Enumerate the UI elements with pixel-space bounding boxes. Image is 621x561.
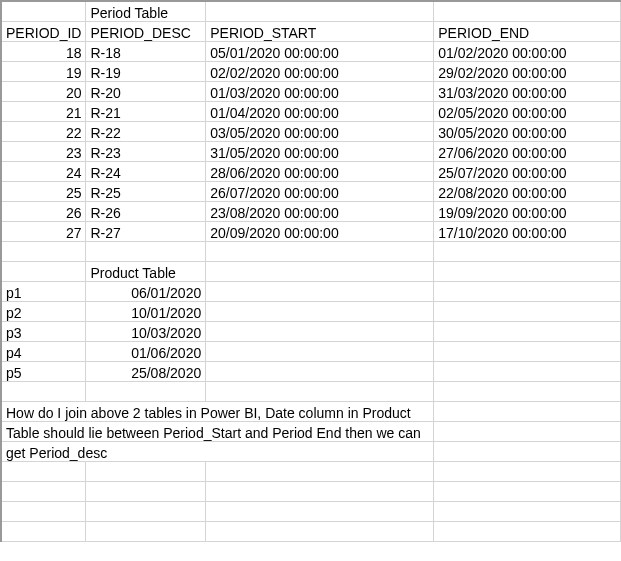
cell-empty[interactable] <box>86 521 206 541</box>
period-id-cell[interactable]: 25 <box>1 181 86 201</box>
product-name-cell[interactable]: p4 <box>1 341 86 361</box>
period-id-cell[interactable]: 21 <box>1 101 86 121</box>
cell-empty[interactable] <box>434 521 621 541</box>
period-id-cell[interactable]: 22 <box>1 121 86 141</box>
cell-empty[interactable] <box>206 361 434 381</box>
cell-empty[interactable] <box>434 361 621 381</box>
cell-empty[interactable] <box>206 321 434 341</box>
period-end-cell[interactable]: 01/02/2020 00:00:00 <box>434 41 621 61</box>
cell-empty[interactable] <box>1 241 86 261</box>
period-end-cell[interactable]: 02/05/2020 00:00:00 <box>434 101 621 121</box>
cell-empty[interactable] <box>86 381 206 401</box>
cell-empty[interactable] <box>206 341 434 361</box>
period-id-cell[interactable]: 19 <box>1 61 86 81</box>
question-line-2[interactable]: Table should lie between Period_Start an… <box>1 421 434 441</box>
period-end-cell[interactable]: 30/05/2020 00:00:00 <box>434 121 621 141</box>
cell-empty[interactable] <box>86 501 206 521</box>
cell-empty[interactable] <box>1 381 86 401</box>
cell-empty[interactable] <box>434 241 621 261</box>
cell-empty[interactable] <box>1 1 86 21</box>
period-id-cell[interactable]: 18 <box>1 41 86 61</box>
product-date-cell[interactable]: 10/01/2020 <box>86 301 206 321</box>
question-line-3[interactable]: get Period_desc <box>1 441 434 461</box>
cell-empty[interactable] <box>434 341 621 361</box>
cell-empty[interactable] <box>1 261 86 281</box>
cell-empty[interactable] <box>434 461 621 481</box>
cell-empty[interactable] <box>434 321 621 341</box>
period-end-cell[interactable]: 25/07/2020 00:00:00 <box>434 161 621 181</box>
cell-empty[interactable] <box>206 501 434 521</box>
period-desc-cell[interactable]: R-27 <box>86 221 206 241</box>
period-end-cell[interactable]: 22/08/2020 00:00:00 <box>434 181 621 201</box>
product-table-title[interactable]: Product Table <box>86 261 206 281</box>
cell-empty[interactable] <box>86 481 206 501</box>
cell-empty[interactable] <box>86 461 206 481</box>
product-date-cell[interactable]: 01/06/2020 <box>86 341 206 361</box>
cell-empty[interactable] <box>206 521 434 541</box>
period-desc-cell[interactable]: R-20 <box>86 81 206 101</box>
cell-empty[interactable] <box>1 501 86 521</box>
period-end-cell[interactable]: 19/09/2020 00:00:00 <box>434 201 621 221</box>
cell-empty[interactable] <box>434 301 621 321</box>
period-start-cell[interactable]: 02/02/2020 00:00:00 <box>206 61 434 81</box>
product-name-cell[interactable]: p1 <box>1 281 86 301</box>
cell-empty[interactable] <box>434 501 621 521</box>
cell-empty[interactable] <box>1 461 86 481</box>
spreadsheet-grid[interactable]: Period TablePERIOD_IDPERIOD_DESCPERIOD_S… <box>0 0 621 542</box>
period-id-cell[interactable]: 26 <box>1 201 86 221</box>
product-name-cell[interactable]: p2 <box>1 301 86 321</box>
header-period-desc[interactable]: PERIOD_DESC <box>86 21 206 41</box>
cell-empty[interactable] <box>206 381 434 401</box>
period-desc-cell[interactable]: R-19 <box>86 61 206 81</box>
cell-empty[interactable] <box>434 1 621 21</box>
cell-empty[interactable] <box>206 241 434 261</box>
header-period-end[interactable]: PERIOD_END <box>434 21 621 41</box>
period-start-cell[interactable]: 03/05/2020 00:00:00 <box>206 121 434 141</box>
period-start-cell[interactable]: 20/09/2020 00:00:00 <box>206 221 434 241</box>
cell-empty[interactable] <box>434 481 621 501</box>
header-period-id[interactable]: PERIOD_ID <box>1 21 86 41</box>
period-id-cell[interactable]: 27 <box>1 221 86 241</box>
cell-empty[interactable] <box>434 381 621 401</box>
period-start-cell[interactable]: 28/06/2020 00:00:00 <box>206 161 434 181</box>
cell-empty[interactable] <box>206 281 434 301</box>
cell-empty[interactable] <box>206 461 434 481</box>
cell-empty[interactable] <box>1 481 86 501</box>
period-start-cell[interactable]: 01/03/2020 00:00:00 <box>206 81 434 101</box>
period-desc-cell[interactable]: R-23 <box>86 141 206 161</box>
period-desc-cell[interactable]: R-24 <box>86 161 206 181</box>
cell-empty[interactable] <box>1 521 86 541</box>
period-table-title[interactable]: Period Table <box>86 1 206 21</box>
cell-empty[interactable] <box>434 421 621 441</box>
cell-empty[interactable] <box>434 441 621 461</box>
period-start-cell[interactable]: 26/07/2020 00:00:00 <box>206 181 434 201</box>
period-desc-cell[interactable]: R-22 <box>86 121 206 141</box>
product-date-cell[interactable]: 25/08/2020 <box>86 361 206 381</box>
period-end-cell[interactable]: 27/06/2020 00:00:00 <box>434 141 621 161</box>
header-period-start[interactable]: PERIOD_START <box>206 21 434 41</box>
period-desc-cell[interactable]: R-25 <box>86 181 206 201</box>
cell-empty[interactable] <box>434 401 621 421</box>
cell-empty[interactable] <box>206 481 434 501</box>
period-start-cell[interactable]: 01/04/2020 00:00:00 <box>206 101 434 121</box>
period-end-cell[interactable]: 31/03/2020 00:00:00 <box>434 81 621 101</box>
cell-empty[interactable] <box>206 1 434 21</box>
product-date-cell[interactable]: 10/03/2020 <box>86 321 206 341</box>
period-desc-cell[interactable]: R-26 <box>86 201 206 221</box>
period-desc-cell[interactable]: R-18 <box>86 41 206 61</box>
period-id-cell[interactable]: 24 <box>1 161 86 181</box>
period-id-cell[interactable]: 23 <box>1 141 86 161</box>
period-start-cell[interactable]: 23/08/2020 00:00:00 <box>206 201 434 221</box>
cell-empty[interactable] <box>86 241 206 261</box>
product-name-cell[interactable]: p3 <box>1 321 86 341</box>
cell-empty[interactable] <box>434 281 621 301</box>
period-start-cell[interactable]: 05/01/2020 00:00:00 <box>206 41 434 61</box>
period-id-cell[interactable]: 20 <box>1 81 86 101</box>
product-name-cell[interactable]: p5 <box>1 361 86 381</box>
period-end-cell[interactable]: 29/02/2020 00:00:00 <box>434 61 621 81</box>
question-line-1[interactable]: How do I join above 2 tables in Power BI… <box>1 401 434 421</box>
cell-empty[interactable] <box>434 261 621 281</box>
period-end-cell[interactable]: 17/10/2020 00:00:00 <box>434 221 621 241</box>
cell-empty[interactable] <box>206 301 434 321</box>
period-desc-cell[interactable]: R-21 <box>86 101 206 121</box>
